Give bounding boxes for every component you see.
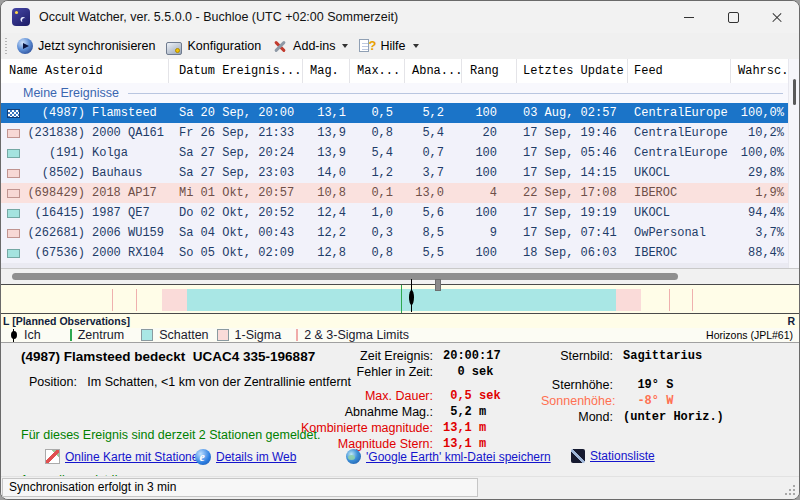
link-stationsliste[interactable]: Stationsliste [571,449,655,463]
station-list-icon [571,449,585,463]
cell-wahrscheinlichkeit: 88,4% [731,246,787,260]
cell-max: 0,5 [350,106,405,120]
cell-abnahme: 13,0 [405,186,462,200]
detail-field: Zeit Ereignis:20:00:17 [291,348,501,364]
cell-abnahme: 3,7 [405,166,462,180]
status-panel: Synchronisation erfolgt in 3 min [2,478,478,497]
detail-field: Fehler in Zeit: 0 sek [291,364,501,380]
table-row[interactable]: (8502)Bauhaus Sa 27 Sep, 23:03 14,0 1,2 … [1,163,789,183]
column-header[interactable]: Letztes Update [517,59,628,83]
table-row[interactable]: (67536)2000 RX104 So 05 Okt, 02:09 12,8 … [1,243,789,263]
field-value: 19° S [623,378,673,392]
timeline-caption-row: L [Planned Observations] R [1,314,799,328]
legend-item-zentrum: Zentrum [70,328,125,342]
row-status-icon [7,129,20,138]
table-row[interactable]: (191)Kolga Sa 27 Sep, 20:24 13,9 5,4 0,7… [1,143,789,163]
cell-max: 0,3 [350,226,405,240]
column-header[interactable]: Abna... [405,59,462,83]
field-label: Fehler in Zeit: [291,365,433,379]
one-sigma-band [162,289,187,311]
timeline-hscrollbar-thumb[interactable] [12,273,678,280]
cell-letztes-update: 22 Sep, 17:08 [517,186,628,200]
detail-field: Max. Dauer: 0,5 sek [291,388,501,404]
column-header[interactable]: Max... [350,59,405,83]
table-row[interactable]: (262681)2006 WU159 Sa 04 Okt, 00:43 12,2… [1,223,789,243]
cell-name: (4987)Flamsteed [23,106,169,120]
toolbar-grip[interactable] [5,38,7,54]
timeline-handle[interactable] [435,279,441,291]
link-details-im-web[interactable]: Details im Web [195,449,296,465]
link-google-earth-kml-datei-speichern[interactable]: 'Google Earth' kml-Datei speichern [346,449,551,464]
cell-name: (191)Kolga [23,146,169,160]
cell-datum: Fr 26 Sep, 21:33 [169,126,303,140]
cell-name: (67536)2000 RX104 [23,246,169,260]
window-title: Occult Watcher, ver. 5.5.0.0 - Buchloe (… [39,10,398,24]
konfiguration-button[interactable]: Konfiguration [162,37,268,55]
cell-mag: 12,8 [303,246,350,260]
cell-feed: CentralEurope [628,146,731,160]
hilfe-button[interactable]: Hilfe [355,36,425,56]
table-vscrollbar-thumb[interactable] [793,79,796,105]
column-header[interactable]: Feed [628,59,731,83]
row-icon-cell [1,189,23,198]
cell-mag: 13,9 [303,126,350,140]
cell-feed: CentralEurope [628,106,731,120]
titlebar: Occult Watcher, ver. 5.5.0.0 - Buchloe (… [1,1,799,33]
jetzt-synchronisieren-button[interactable]: Jetzt synchronisieren [13,36,162,56]
cell-feed: IBEROC [628,186,731,200]
ephemeris-source-label: Horizons (JPL#61) [706,329,793,341]
column-header[interactable]: Datum Ereignis... [169,59,303,83]
app-icon [12,8,30,26]
field-value: -8° W [623,394,673,408]
cell-name: (231838)2000 QA161 [23,126,169,140]
close-button[interactable] [755,1,799,33]
ie-browser-icon [195,449,211,465]
statusbar: Synchronisation erfolgt in 3 min [1,476,799,499]
one-sigma-band [616,289,641,311]
group-header-meine-ereignisse[interactable]: Meine Ereignisse [1,83,789,103]
column-header[interactable]: Name Asteroid [1,59,169,83]
add-ins-button[interactable]: Add-ins [268,36,355,56]
maximize-button[interactable] [711,1,755,33]
cell-rang: 100 [462,246,517,260]
resize-grip[interactable] [793,493,795,495]
table-row[interactable]: (698429)2018 AP17 Mi 01 Okt, 20:57 10,8 … [1,183,789,203]
cell-letztes-update: 17 Sep, 19:19 [517,206,628,220]
cell-letztes-update: 17 Sep, 07:41 [517,226,628,240]
sync-icon [17,38,33,54]
row-icon-cell [1,169,23,178]
column-header[interactable]: Wahrsc... [731,59,787,83]
table-row[interactable]: (16415)1987 QE7 Do 02 Okt, 20:52 12,4 1,… [1,203,789,223]
cell-abnahme: 0,7 [405,146,462,160]
table-row[interactable]: (231838)2000 QA161 Fr 26 Sep, 21:33 13,9… [1,123,789,143]
cell-wahrscheinlichkeit: 94,4% [731,206,787,220]
cell-rang: 100 [462,166,517,180]
field-label: Sonnenhöhe: [541,394,613,408]
detail-field: Sonnenhöhe: -8° W [541,393,724,409]
link-online-karte-mit-stationen[interactable]: Online Karte mit Stationen [45,449,205,464]
field-value: (unter Horiz.) [623,410,724,424]
legend-item-schatten: Schatten [141,328,208,342]
row-status-icon [7,189,20,198]
row-icon-cell [1,209,23,218]
row-status-icon [7,229,20,238]
cell-name: (698429)2018 AP17 [23,186,169,200]
field-label: Max. Dauer: [291,389,433,403]
cell-letztes-update: 17 Sep, 19:46 [517,126,628,140]
cell-datum: Sa 04 Okt, 00:43 [169,226,303,240]
column-header[interactable]: Mag. [303,59,350,83]
cell-max: 0,8 [350,246,405,260]
field-value: 20:00:17 [443,349,501,363]
cell-max: 0,1 [350,186,405,200]
column-header[interactable]: Rang [462,59,517,83]
field-value: 0,5 sek [443,389,501,403]
cell-abnahme: 5,5 [405,246,462,260]
cell-abnahme: 5,2 [405,106,462,120]
table-row[interactable]: (4987)Flamsteed Sa 20 Sep, 20:00 13,1 0,… [1,103,789,123]
minimize-button[interactable] [667,1,711,33]
cell-feed: UKOCL [628,166,731,180]
minimize-icon [684,17,694,18]
cell-rang: 100 [462,146,517,160]
cell-datum: Do 02 Okt, 20:52 [169,206,303,220]
table-rows: (4987)Flamsteed Sa 20 Sep, 20:00 13,1 0,… [1,103,799,263]
